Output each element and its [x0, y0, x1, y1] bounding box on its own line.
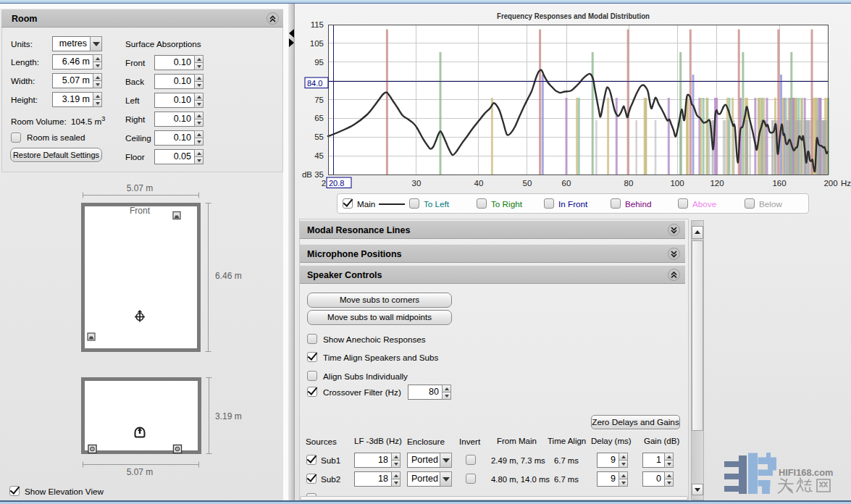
svg-text:20.8: 20.8 — [329, 179, 344, 188]
svg-text:60: 60 — [562, 179, 571, 188]
svg-text:100: 100 — [670, 179, 684, 188]
svg-text:80: 80 — [624, 179, 634, 188]
svg-text:HIFI168.com: HIFI168.com — [779, 467, 833, 478]
svg-text:200: 200 — [823, 179, 837, 188]
svg-text:75: 75 — [314, 96, 324, 104]
svg-text:120: 120 — [710, 179, 724, 188]
svg-text:105: 105 — [310, 39, 324, 48]
svg-text:Frequency Responses and Modal: Frequency Responses and Modal Distributi… — [497, 12, 650, 20]
svg-text:2: 2 — [322, 179, 326, 188]
svg-text:6.46 m: 6.46 m — [215, 271, 242, 281]
svg-text:30: 30 — [412, 179, 422, 188]
svg-text:55: 55 — [314, 133, 324, 141]
svg-text:Hz: Hz — [841, 179, 851, 188]
svg-text:95: 95 — [314, 58, 324, 67]
svg-text:115: 115 — [311, 20, 324, 29]
svg-text:65: 65 — [314, 114, 324, 122]
svg-text:dB 35: dB 35 — [302, 170, 324, 179]
svg-text:160: 160 — [772, 179, 786, 188]
svg-text:84.0: 84.0 — [307, 79, 322, 88]
svg-text:3.19 m: 3.19 m — [215, 411, 242, 421]
svg-text:5.07 m: 5.07 m — [127, 467, 154, 477]
svg-text:45: 45 — [314, 151, 324, 160]
svg-text:40: 40 — [474, 179, 484, 188]
svg-text:50: 50 — [523, 179, 532, 188]
